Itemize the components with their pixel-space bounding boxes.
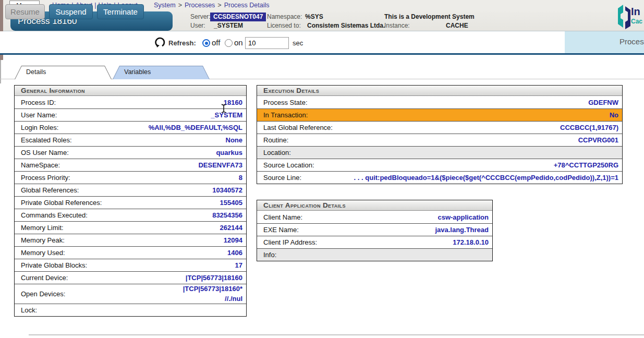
table-row: Process ID:18160 <box>15 96 246 108</box>
execution-details-table: Execution Details Process State:GDEFNWIn… <box>257 85 623 184</box>
row-label: Global References: <box>21 186 84 194</box>
row-value: . . . quit:pedBloqueado=1&($piece($get(^… <box>354 174 618 182</box>
server-value-badge: CCSDESNOT047 <box>210 13 266 21</box>
execution-details-rows: Process State:GDEFNWIn Transaction:NoLas… <box>257 96 622 184</box>
general-information-title: General Information <box>15 86 246 96</box>
row-label: NameSpace: <box>21 161 65 169</box>
table-row: In Transaction:No <box>257 108 622 121</box>
row-label: Private Global Blocks: <box>21 261 92 269</box>
row-value: 172.18.0.10 <box>453 238 489 246</box>
refresh-icon <box>154 37 166 48</box>
row-label: Last Global Reference: <box>263 124 338 131</box>
refresh-interval-input[interactable] <box>245 37 289 49</box>
dev-system-note: This is a Development System <box>384 13 475 20</box>
refresh-label: Refresh: <box>168 39 196 47</box>
server-label: Server: <box>190 13 211 20</box>
table-row: Open Devices:|TCP|56773|18160*//./nul <box>15 284 246 304</box>
row-label: Source Line: <box>263 174 307 182</box>
toolbar <box>0 31 644 55</box>
licensed-to-value: Consistem Sistemas Ltda. <box>307 22 385 29</box>
row-value: 10340572 <box>212 186 242 194</box>
window-edge-lower <box>0 60 1 83</box>
table-row: EXE Name:java.lang.Thread <box>257 223 492 236</box>
row-value: No <box>610 111 618 119</box>
table-row: Commands Executed:83254356 <box>15 209 246 221</box>
table-row: User Name:_SYSTEM <box>15 108 246 121</box>
row-label: Login Roles: <box>21 124 64 131</box>
row-value: 1406 <box>227 249 242 257</box>
row-label: Memory Used: <box>21 249 70 257</box>
row-label: Source Location: <box>263 161 320 169</box>
row-label: OS User Name: <box>21 149 74 156</box>
user-label: User: <box>190 22 205 29</box>
row-value: java.lang.Thread <box>435 226 489 234</box>
tab-details-label: Details <box>26 68 46 76</box>
row-label: User Name: <box>21 111 62 119</box>
table-row: OS User Name:quarkus <box>15 146 246 159</box>
suspend-button[interactable]: Suspend <box>49 4 93 19</box>
row-label: Memory Limit: <box>21 224 69 232</box>
table-row: Memory Used:1406 <box>15 246 246 259</box>
refresh-unit-label: sec <box>293 39 303 47</box>
table-row: Memory Limit:262144 <box>15 221 246 234</box>
table-row: Client Name:csw-application <box>257 211 492 223</box>
table-row: Location: <box>257 146 622 159</box>
row-value: +78^CCTTGP250RG <box>554 161 618 169</box>
row-label: Process State: <box>263 99 313 106</box>
refresh-off-label[interactable]: off <box>212 38 220 47</box>
row-value: %All,%DB_%DEFAULT,%SQL <box>149 124 242 131</box>
breadcrumb-system[interactable]: System <box>154 2 176 9</box>
licensed-to-label: Licensed to: <box>267 22 301 29</box>
row-value: 8 <box>239 174 242 182</box>
breadcrumb-current: Process Details <box>224 2 270 9</box>
table-row: Private Global References:155405 <box>15 196 246 209</box>
row-value: quarkus <box>216 149 242 156</box>
row-value: GDEFNW <box>588 99 618 106</box>
link-separator: | <box>94 2 96 9</box>
row-label: Escalated Roles: <box>21 136 77 144</box>
refresh-on-label[interactable]: on <box>234 38 243 47</box>
process-details-page: Menu Home|About|Help|Logout System>Proce… <box>0 0 644 338</box>
logo-text-bottom: Cac <box>631 18 642 25</box>
refresh-off-radio[interactable] <box>202 39 210 47</box>
row-label: In Transaction: <box>263 111 313 119</box>
general-information-table: General Information Process ID:18160User… <box>14 85 247 317</box>
breadcrumb-processes[interactable]: Processes <box>185 2 215 9</box>
right-banner: Proces <box>565 31 644 53</box>
row-label: Client IP Address: <box>263 238 322 246</box>
table-row: Source Location:+78^CCTTGP250RG <box>257 159 622 171</box>
refresh-on-radio[interactable] <box>225 39 233 47</box>
row-label: Commands Executed: <box>21 211 93 219</box>
row-value: |TCP|56773|18160 <box>186 274 242 282</box>
table-row: Process Priority:8 <box>15 171 246 184</box>
tab-variables-label: Variables <box>124 68 151 76</box>
table-row: Login Roles:%All,%DB_%DEFAULT,%SQL <box>15 121 246 134</box>
row-label: Info: <box>263 251 282 259</box>
table-row: Escalated Roles:None <box>15 134 246 146</box>
table-row: Global References:10340572 <box>15 184 246 196</box>
row-value: 83254356 <box>212 211 242 219</box>
row-label: Private Global References: <box>21 199 107 207</box>
tab-variables[interactable]: Variables <box>113 66 210 79</box>
execution-details-title: Execution Details <box>257 86 622 96</box>
resume-button[interactable]: Resume <box>5 4 45 19</box>
row-value: 262144 <box>220 224 242 232</box>
logo-text-top: In <box>631 6 640 18</box>
row-label: EXE Name: <box>263 226 304 234</box>
table-row: Source Line:. . . quit:pedBloqueado=1&($… <box>257 171 622 184</box>
terminate-button[interactable]: Terminate <box>97 4 144 19</box>
breadcrumb-separator: > <box>178 2 182 9</box>
client-application-details-table: Client Application Details Client Name:c… <box>257 200 493 261</box>
table-row: Lock: <box>15 304 246 316</box>
table-row: Last Global Reference:CCCBCC(1,91767) <box>257 121 622 134</box>
tab-details[interactable]: Details <box>15 66 112 79</box>
row-label: Lock: <box>21 306 42 314</box>
row-value: 12094 <box>224 236 242 244</box>
row-value: 17 <box>235 261 242 269</box>
table-row: Current Device:|TCP|56773|18160 <box>15 271 246 284</box>
row-label: Current Device: <box>21 274 73 282</box>
namespace-label: Namespace: <box>267 13 302 20</box>
bottom-divider <box>29 334 644 335</box>
table-row: Routine:CCPVRG001 <box>257 134 622 146</box>
table-row: Info: <box>257 248 492 261</box>
